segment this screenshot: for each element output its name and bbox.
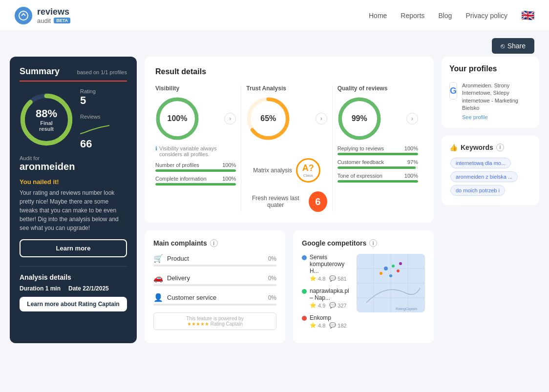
progress-profiles: Number of profiles 100%	[155, 162, 236, 172]
visibility-progress: Number of profiles 100% Complete informa…	[155, 162, 236, 186]
nav-blog[interactable]: Blog	[438, 12, 452, 20]
progress-bar-profiles	[155, 169, 236, 172]
competitors-content: Serwis komputerowy H... ⭐ 4.8 💬 581 napr…	[302, 254, 425, 334]
trust-circle: 65%	[246, 97, 290, 141]
visibility-col: Visibility 100% › ℹ Visibil	[155, 85, 241, 212]
analysis-title: Analysis details	[20, 273, 127, 281]
info-icon: ℹ	[155, 145, 157, 157]
logo-text: reviews audit BETA	[37, 7, 70, 24]
powered-brand: Rating Captain	[211, 321, 243, 327]
visibility-note-text: Visibility variable always considers all…	[159, 145, 236, 157]
complaint-product-row: 🛒 Product 0%	[153, 254, 276, 263]
center-col: Result details Visibility 100% ›	[145, 57, 434, 343]
result-details-card: Result details Visibility 100% ›	[145, 57, 434, 223]
profiles-scroll[interactable]: G Aronmeiden. Strony Internetowe, Sklepy…	[449, 82, 531, 120]
trust-col: Trust Analysis 65% › Mat	[246, 85, 332, 212]
complaint-service-row: 👤 Customer service 0%	[153, 293, 276, 302]
progress-profiles-label: Number of profiles 100%	[155, 162, 236, 168]
matrix-badge: A? Class	[296, 158, 320, 183]
keyword-1[interactable]: aronmeiden z bielska ...	[450, 171, 518, 182]
score-area: 88% Final result Rating 5 Reviews 66	[20, 88, 127, 150]
share-button[interactable]: ⎋ Share	[492, 38, 534, 54]
product-pct: 0%	[268, 255, 276, 262]
profiles-card: Your profiles G Aronmeiden. Strony Inter…	[442, 57, 539, 128]
logo-reviews-text: reviews	[37, 7, 70, 17]
competitors-title: Google competitors i	[302, 239, 425, 247]
comp-stats-1: ⭐ 4.9 💬 327	[310, 302, 352, 309]
reviews-label: Reviews	[80, 114, 109, 120]
learn-more-button[interactable]: Learn more	[20, 239, 127, 257]
quality-col: Quality of reviews 99% ›	[338, 85, 423, 212]
profile-item-0: G Aronmeiden. Strony Internetowe, Sklepy…	[449, 82, 531, 120]
progress-replying: Replying to reviews 100%	[338, 145, 418, 155]
keyword-2[interactable]: do moich potrzeb i	[450, 185, 505, 196]
nav-home[interactable]: Home	[369, 12, 387, 20]
progress-bar-complete	[155, 183, 236, 186]
comp-rating-0: ⭐ 4.8	[310, 275, 325, 282]
duration-val: 1 min	[45, 285, 61, 292]
fresh-row: Fresh reviews last quater 6	[246, 191, 327, 212]
logo-audit-wrap: audit BETA	[37, 17, 70, 24]
progress-bar-replying	[338, 153, 418, 155]
share-icon: ⎋	[501, 42, 505, 50]
mid-metrics: Matrix analysis A? Class Fresh reviews l…	[246, 145, 327, 212]
comp-rating-2: ⭐ 4.8	[310, 322, 325, 329]
comp-name-0: Serwis komputerowy H...	[310, 254, 352, 274]
detail-row: Duration 1 min Date 22/1/2025	[20, 285, 127, 292]
comp-info-1: naprawlapka.pl – Nap... ⭐ 4.9 💬 327	[310, 288, 352, 309]
donut-label: Final result	[33, 120, 60, 132]
nailed-description: Your rating and reviews number look pret…	[20, 188, 127, 232]
logo-audit-text: audit	[37, 17, 51, 24]
competitor-list: Serwis komputerowy H... ⭐ 4.8 💬 581 napr…	[302, 254, 352, 334]
delivery-bar	[153, 284, 276, 286]
keyword-0[interactable]: internetową dla mo...	[450, 158, 511, 168]
nav-privacy[interactable]: Privacy policy	[465, 12, 507, 20]
keywords-info-icon: i	[496, 144, 504, 151]
donut-pct: 88%	[33, 107, 60, 120]
comp-reviews-1: 💬 327	[329, 302, 346, 309]
quality-arrow-btn[interactable]: ›	[406, 113, 418, 124]
tone-label: Tone of expression 100%	[338, 173, 418, 179]
date-val: 22/1/2025	[83, 285, 108, 292]
bottom-row: Main complaints i 🛒 Product 0% 🚗	[145, 230, 434, 343]
trust-arrow-btn[interactable]: ›	[316, 113, 327, 124]
rating-label: Rating	[80, 88, 109, 94]
share-bar: ⎋ Share	[0, 31, 549, 57]
progress-fill-complete	[155, 183, 236, 186]
header: reviews audit BETA Home Reports Blog Pri…	[0, 0, 549, 31]
trust-title: Trust Analysis	[246, 85, 327, 92]
feedback-label: Customer feedback 97%	[338, 159, 418, 165]
map-svg: RatingCaptain	[357, 254, 425, 312]
flag-icon: 🇬🇧	[521, 9, 534, 22]
svg-point-18	[397, 269, 400, 272]
you-nailed-text: You nailed it!	[20, 178, 127, 186]
visibility-circle: 100%	[155, 97, 199, 141]
date-label: Date 22/1/2025	[68, 285, 109, 292]
learn-captain-button[interactable]: Learn more about Rating Captain	[20, 297, 127, 311]
quality-metric: 99% ›	[338, 97, 418, 141]
comp-reviews-0: 💬 581	[329, 275, 346, 282]
summary-card: Summary based on 1/1 profiles 88% Final …	[10, 57, 137, 343]
complaint-service: 👤 Customer service 0%	[153, 293, 276, 306]
progress-bar-feedback	[338, 166, 418, 169]
quality-circle: 99%	[338, 97, 381, 141]
share-label: Share	[507, 42, 526, 50]
profiles-title: Your profiles	[449, 64, 531, 73]
see-profile-link[interactable]: See profile	[462, 114, 531, 120]
keywords-card: 👍 Keywords i internetową dla mo... aronm…	[442, 136, 539, 205]
svg-point-16	[384, 267, 388, 270]
fresh-badge: 6	[309, 191, 327, 212]
metrics-row: Visibility 100% › ℹ Visibil	[155, 85, 423, 212]
comp-dot-1	[302, 289, 307, 294]
visibility-metric: 100% ›	[155, 97, 236, 141]
audit-for-label: Audit for	[20, 155, 127, 161]
visibility-arrow-btn[interactable]: ›	[224, 113, 236, 124]
thumb-icon: 👍	[449, 144, 458, 151]
reviews-val: 66	[80, 138, 109, 150]
competitor-item-2: Enkomp ⭐ 4.8 💬 182	[302, 314, 352, 329]
comp-stats-2: ⭐ 4.8 💬 182	[310, 322, 347, 329]
quality-progress: Replying to reviews 100% Customer feedba…	[338, 145, 418, 183]
progress-complete: Complete information 100%	[155, 176, 236, 186]
complaints-card: Main complaints i 🛒 Product 0% 🚗	[145, 230, 285, 343]
nav-reports[interactable]: Reports	[401, 12, 424, 20]
